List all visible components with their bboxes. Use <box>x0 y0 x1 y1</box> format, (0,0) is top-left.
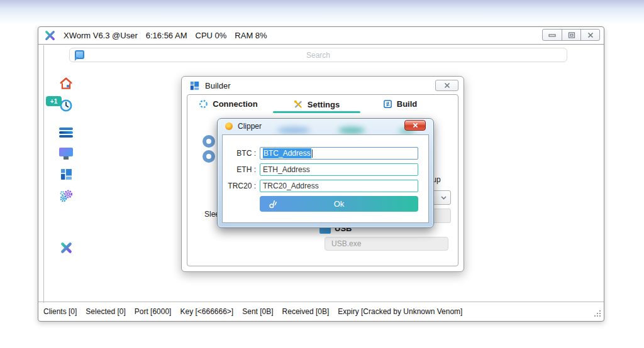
dashed-circle-icon <box>199 99 208 109</box>
tab-label: Connection <box>213 99 258 109</box>
monitor-icon <box>59 148 73 156</box>
builder-close-button[interactable] <box>435 80 458 91</box>
tiles-icon <box>60 168 72 180</box>
status-sent: Sent [0B] <box>242 307 273 316</box>
clipper-title: Clipper <box>238 122 262 131</box>
chevron-down-icon <box>441 196 447 200</box>
builder-title: Builder <box>205 81 230 90</box>
ok-button-label: Ok <box>334 199 345 209</box>
close-button[interactable] <box>580 30 599 40</box>
status-selected: Selected [0] <box>86 307 125 316</box>
close-icon <box>587 32 594 38</box>
selected-text: BTC_Address <box>263 148 311 158</box>
toggle-ring-icon[interactable] <box>203 150 215 163</box>
xworm-x-icon <box>60 241 73 254</box>
resize-grip[interactable] <box>593 310 601 318</box>
cpu-readout: CPU 0% <box>196 31 227 40</box>
minimize-icon <box>548 32 556 38</box>
close-icon <box>444 82 450 89</box>
status-port: Port [6000] <box>135 307 172 316</box>
top-chrome-band <box>0 0 644 25</box>
sidebar-item-list[interactable] <box>58 124 74 141</box>
screen: XWorm V6.3 @User 6:16:56 AM CPU 0% RAM 8… <box>0 0 644 348</box>
xworm-logo-icon <box>45 30 55 41</box>
glass-blur-blob <box>277 127 310 134</box>
chat-bubble-icon <box>75 50 84 59</box>
app-title: XWorm V6.3 @User <box>64 31 138 40</box>
eth-label: ETH : <box>224 165 256 174</box>
gears-icon <box>59 189 73 203</box>
minimize-button[interactable] <box>543 30 562 40</box>
status-bar: Clients [0] Selected [0] Port [6000] Key… <box>38 302 604 321</box>
builder-tiles-icon <box>190 81 199 90</box>
transfer-icon <box>383 99 392 109</box>
tools-icon <box>293 99 303 109</box>
toggle-ring-icon[interactable] <box>203 135 215 148</box>
ok-hand-icon <box>269 199 278 209</box>
tab-build[interactable]: Build <box>362 99 438 109</box>
window-controls <box>542 29 600 41</box>
clock-readout: 6:16:56 AM <box>146 31 187 40</box>
home-icon <box>59 77 73 90</box>
trc20-label: TRC20 : <box>224 182 256 190</box>
search-input[interactable] <box>69 48 567 62</box>
tab-label: Build <box>397 99 418 109</box>
btc-label: BTC : <box>224 149 256 158</box>
menu-bars-icon <box>59 128 73 138</box>
window-titlebar: XWorm V6.3 @User 6:16:56 AM CPU 0% RAM 8… <box>38 27 604 45</box>
clipper-dialog: Clipper BTC : BTC_Address ETH : TRC20 : <box>217 118 434 228</box>
btc-address-input[interactable]: BTC_Address <box>260 147 418 160</box>
eth-address-input[interactable] <box>260 163 418 176</box>
tab-settings[interactable]: Settings <box>279 99 354 109</box>
sidebar-brand-logo <box>58 239 74 256</box>
status-key: Key [<666666>] <box>180 307 233 316</box>
status-expiry: Expiry [Cracked by Unknown Venom] <box>338 307 462 316</box>
usb-filename-input[interactable] <box>325 237 448 251</box>
trc20-address-input[interactable] <box>260 180 418 192</box>
close-icon <box>413 122 418 128</box>
sidebar-item-home[interactable] <box>58 75 74 92</box>
ram-readout: RAM 8% <box>235 31 267 40</box>
clipper-body: BTC : BTC_Address ETH : TRC20 : Ok <box>222 134 429 223</box>
clipper-close-button[interactable] <box>404 120 426 131</box>
sidebar-divider <box>43 45 44 303</box>
notification-badge: +1 <box>46 96 62 106</box>
sidebar-item-monitor[interactable] <box>58 144 74 160</box>
search-bar <box>69 48 567 62</box>
maximize-button[interactable] <box>562 30 580 40</box>
sidebar-item-automation[interactable] <box>58 188 74 204</box>
clipper-titlebar: Clipper <box>225 122 262 131</box>
tab-label: Settings <box>308 100 340 109</box>
clipper-app-icon <box>225 122 233 130</box>
text-caret <box>312 150 313 158</box>
builder-titlebar: Builder <box>182 77 464 94</box>
xworm-main-window: XWorm V6.3 @User 6:16:56 AM CPU 0% RAM 8… <box>38 26 604 322</box>
maximize-icon <box>568 32 575 38</box>
status-received: Received [0B] <box>282 307 330 316</box>
status-clients: Clients [0] <box>43 307 77 316</box>
glass-blur-blob <box>338 127 365 134</box>
sidebar-item-apps[interactable] <box>58 166 74 182</box>
active-tab-underline <box>273 111 360 113</box>
ok-button[interactable]: Ok <box>260 196 418 212</box>
tab-connection[interactable]: Connection <box>191 99 266 109</box>
